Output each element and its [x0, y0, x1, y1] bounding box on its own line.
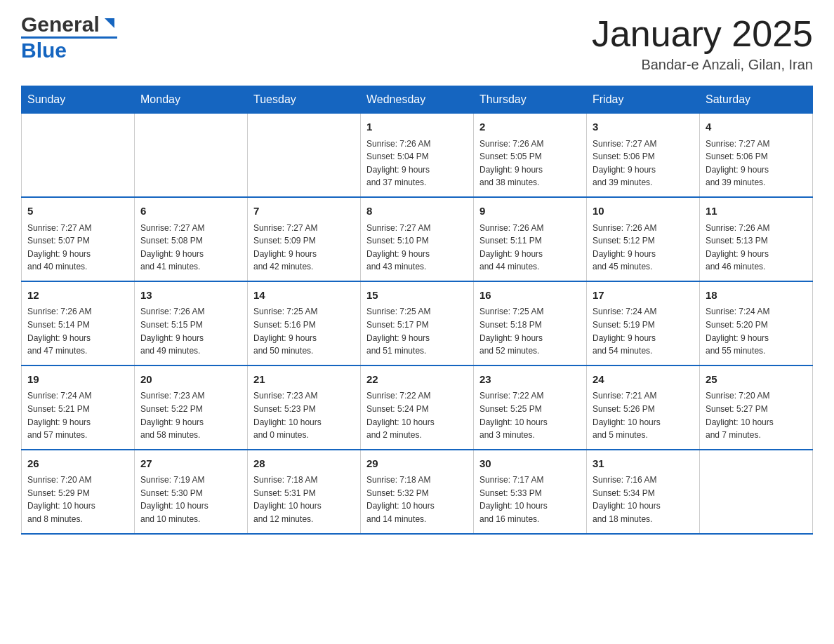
calendar-cell: 23Sunrise: 7:22 AMSunset: 5:25 PMDayligh… — [474, 365, 587, 450]
day-info: Sunrise: 7:20 AMSunset: 5:29 PMDaylight:… — [27, 474, 128, 525]
day-number: 25 — [706, 372, 807, 388]
header-wednesday: Wednesday — [361, 86, 474, 114]
day-number: 5 — [27, 203, 128, 220]
day-number: 11 — [706, 203, 807, 220]
header-sunday: Sunday — [22, 86, 135, 114]
calendar-cell: 15Sunrise: 7:25 AMSunset: 5:17 PMDayligh… — [361, 281, 474, 365]
day-info: Sunrise: 7:24 AMSunset: 5:20 PMDaylight:… — [706, 305, 807, 357]
calendar-cell: 1Sunrise: 7:26 AMSunset: 5:04 PMDaylight… — [361, 114, 474, 197]
day-number: 30 — [479, 456, 581, 472]
calendar-body: 1Sunrise: 7:26 AMSunset: 5:04 PMDaylight… — [22, 114, 813, 534]
calendar-cell: 28Sunrise: 7:18 AMSunset: 5:31 PMDayligh… — [248, 450, 361, 534]
day-info: Sunrise: 7:27 AMSunset: 5:07 PMDaylight:… — [27, 222, 128, 274]
header-saturday: Saturday — [700, 86, 813, 114]
calendar-cell — [700, 450, 813, 534]
day-info: Sunrise: 7:18 AMSunset: 5:31 PMDaylight:… — [253, 474, 355, 525]
day-number: 3 — [593, 119, 694, 135]
day-number: 10 — [593, 203, 694, 220]
calendar-cell: 24Sunrise: 7:21 AMSunset: 5:26 PMDayligh… — [587, 365, 700, 450]
calendar-cell: 20Sunrise: 7:23 AMSunset: 5:22 PMDayligh… — [135, 365, 248, 450]
day-number: 7 — [253, 203, 355, 220]
day-info: Sunrise: 7:23 AMSunset: 5:22 PMDaylight:… — [140, 389, 241, 441]
day-number: 17 — [593, 288, 694, 304]
header-tuesday: Tuesday — [248, 86, 361, 114]
day-number: 22 — [366, 372, 468, 388]
logo: General Blue — [21, 14, 117, 62]
calendar-cell: 7Sunrise: 7:27 AMSunset: 5:09 PMDaylight… — [248, 197, 361, 281]
calendar-cell: 29Sunrise: 7:18 AMSunset: 5:32 PMDayligh… — [361, 450, 474, 534]
day-info: Sunrise: 7:25 AMSunset: 5:16 PMDaylight:… — [253, 305, 355, 357]
calendar-week-row: 19Sunrise: 7:24 AMSunset: 5:21 PMDayligh… — [22, 365, 813, 450]
day-number: 20 — [140, 372, 241, 388]
day-number: 29 — [366, 456, 468, 472]
day-number: 19 — [27, 372, 128, 388]
day-number: 9 — [479, 203, 581, 220]
day-info: Sunrise: 7:26 AMSunset: 5:11 PMDaylight:… — [479, 222, 581, 274]
day-info: Sunrise: 7:26 AMSunset: 5:04 PMDaylight:… — [366, 137, 468, 189]
calendar-cell — [135, 114, 248, 197]
calendar-cell: 19Sunrise: 7:24 AMSunset: 5:21 PMDayligh… — [22, 365, 135, 450]
calendar-cell: 4Sunrise: 7:27 AMSunset: 5:06 PMDaylight… — [700, 114, 813, 197]
day-info: Sunrise: 7:23 AMSunset: 5:23 PMDaylight:… — [253, 389, 355, 441]
day-number: 26 — [27, 456, 128, 472]
calendar-cell: 2Sunrise: 7:26 AMSunset: 5:05 PMDaylight… — [474, 114, 587, 197]
day-info: Sunrise: 7:25 AMSunset: 5:17 PMDaylight:… — [366, 305, 468, 357]
calendar-cell: 25Sunrise: 7:20 AMSunset: 5:27 PMDayligh… — [700, 365, 813, 450]
calendar-cell: 21Sunrise: 7:23 AMSunset: 5:23 PMDayligh… — [248, 365, 361, 450]
calendar-cell: 10Sunrise: 7:26 AMSunset: 5:12 PMDayligh… — [587, 197, 700, 281]
day-info: Sunrise: 7:26 AMSunset: 5:05 PMDaylight:… — [479, 137, 581, 189]
day-number: 8 — [366, 203, 468, 220]
calendar-cell: 6Sunrise: 7:27 AMSunset: 5:08 PMDaylight… — [135, 197, 248, 281]
day-number: 21 — [253, 372, 355, 388]
day-number: 13 — [140, 288, 241, 304]
day-number: 2 — [479, 119, 581, 135]
day-info: Sunrise: 7:18 AMSunset: 5:32 PMDaylight:… — [366, 474, 468, 525]
day-info: Sunrise: 7:26 AMSunset: 5:14 PMDaylight:… — [27, 305, 128, 357]
calendar-cell — [22, 114, 135, 197]
svg-marker-0 — [105, 18, 114, 28]
day-info: Sunrise: 7:17 AMSunset: 5:33 PMDaylight:… — [479, 474, 581, 525]
day-info: Sunrise: 7:22 AMSunset: 5:24 PMDaylight:… — [366, 389, 468, 441]
day-info: Sunrise: 7:19 AMSunset: 5:30 PMDaylight:… — [140, 474, 241, 525]
calendar-cell: 26Sunrise: 7:20 AMSunset: 5:29 PMDayligh… — [22, 450, 135, 534]
day-info: Sunrise: 7:27 AMSunset: 5:09 PMDaylight:… — [253, 222, 355, 274]
day-info: Sunrise: 7:20 AMSunset: 5:27 PMDaylight:… — [706, 389, 807, 441]
calendar-week-row: 26Sunrise: 7:20 AMSunset: 5:29 PMDayligh… — [22, 450, 813, 534]
calendar-cell: 3Sunrise: 7:27 AMSunset: 5:06 PMDaylight… — [587, 114, 700, 197]
header-monday: Monday — [135, 86, 248, 114]
calendar-week-row: 1Sunrise: 7:26 AMSunset: 5:04 PMDaylight… — [22, 114, 813, 197]
day-number: 27 — [140, 456, 241, 472]
calendar-cell: 30Sunrise: 7:17 AMSunset: 5:33 PMDayligh… — [474, 450, 587, 534]
logo-blue: Blue — [21, 39, 67, 62]
day-number: 24 — [593, 372, 694, 388]
header-friday: Friday — [587, 86, 700, 114]
day-number: 16 — [479, 288, 581, 304]
calendar-week-row: 5Sunrise: 7:27 AMSunset: 5:07 PMDaylight… — [22, 197, 813, 281]
day-number: 6 — [140, 203, 241, 220]
calendar-cell: 22Sunrise: 7:22 AMSunset: 5:24 PMDayligh… — [361, 365, 474, 450]
calendar-week-row: 12Sunrise: 7:26 AMSunset: 5:14 PMDayligh… — [22, 281, 813, 365]
day-number: 18 — [706, 288, 807, 304]
calendar-cell: 31Sunrise: 7:16 AMSunset: 5:34 PMDayligh… — [587, 450, 700, 534]
day-number: 31 — [593, 456, 694, 472]
calendar-cell: 8Sunrise: 7:27 AMSunset: 5:10 PMDaylight… — [361, 197, 474, 281]
day-number: 28 — [253, 456, 355, 472]
calendar-table: Sunday Monday Tuesday Wednesday Thursday… — [21, 86, 813, 534]
title-area: January 2025 Bandar-e Anzali, Gilan, Ira… — [592, 14, 813, 73]
logo-triangle-icon — [102, 15, 117, 34]
day-info: Sunrise: 7:25 AMSunset: 5:18 PMDaylight:… — [479, 305, 581, 357]
day-info: Sunrise: 7:27 AMSunset: 5:10 PMDaylight:… — [366, 222, 468, 274]
day-info: Sunrise: 7:22 AMSunset: 5:25 PMDaylight:… — [479, 389, 581, 441]
day-info: Sunrise: 7:27 AMSunset: 5:06 PMDaylight:… — [706, 137, 807, 189]
calendar-cell: 13Sunrise: 7:26 AMSunset: 5:15 PMDayligh… — [135, 281, 248, 365]
day-number: 23 — [479, 372, 581, 388]
calendar-cell: 11Sunrise: 7:26 AMSunset: 5:13 PMDayligh… — [700, 197, 813, 281]
calendar-cell — [248, 114, 361, 197]
day-number: 4 — [706, 119, 807, 135]
calendar-cell: 5Sunrise: 7:27 AMSunset: 5:07 PMDaylight… — [22, 197, 135, 281]
calendar-cell: 12Sunrise: 7:26 AMSunset: 5:14 PMDayligh… — [22, 281, 135, 365]
day-info: Sunrise: 7:24 AMSunset: 5:19 PMDaylight:… — [593, 305, 694, 357]
day-info: Sunrise: 7:27 AMSunset: 5:08 PMDaylight:… — [140, 222, 241, 274]
calendar-cell: 27Sunrise: 7:19 AMSunset: 5:30 PMDayligh… — [135, 450, 248, 534]
calendar-cell: 17Sunrise: 7:24 AMSunset: 5:19 PMDayligh… — [587, 281, 700, 365]
